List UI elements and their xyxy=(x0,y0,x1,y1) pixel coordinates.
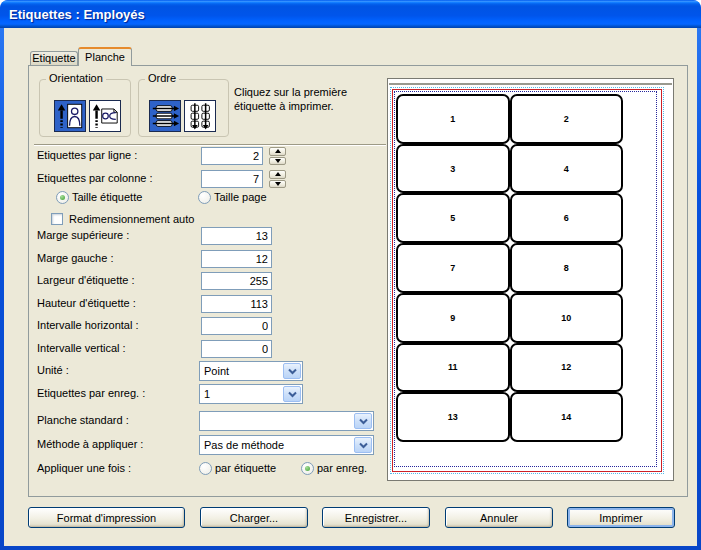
standard-sheet-select[interactable] xyxy=(199,411,374,431)
margin-left-label: Marge gauche : xyxy=(37,252,113,264)
spin-up-icon[interactable] xyxy=(269,170,286,179)
portrait-page-person-up-arrow-icon xyxy=(55,101,85,131)
preview-label-cell[interactable]: 8 xyxy=(510,243,624,293)
imprimer-button[interactable]: Imprimer xyxy=(567,507,675,528)
preview-label-cell[interactable]: 1 xyxy=(396,94,510,144)
dropdown-arrow-icon[interactable] xyxy=(354,437,372,453)
charger-button[interactable]: Charger... xyxy=(200,507,308,528)
ordre-horizontal-button[interactable] xyxy=(149,100,181,132)
h-gap-label: Intervalle horizontal : xyxy=(37,319,139,331)
taille-etiquette-label: Taille étiquette xyxy=(72,191,142,203)
taille-page-label: Taille page xyxy=(214,191,267,203)
method-select[interactable]: Pas de méthode xyxy=(199,435,374,455)
dropdown-arrow-icon[interactable] xyxy=(354,413,372,429)
preview-label-cell[interactable]: 2 xyxy=(510,94,624,144)
preview-label-cell[interactable]: 6 xyxy=(510,193,624,243)
orientation-landscape-button[interactable] xyxy=(89,100,121,132)
orientation-portrait-button[interactable] xyxy=(54,100,86,132)
dropdown-arrow-icon[interactable] xyxy=(283,386,301,402)
dialog-body: Etiquette Planche Orientation xyxy=(4,28,697,546)
par-enreg-label: par enreg. xyxy=(317,462,367,474)
format-impression-button[interactable]: Format d'impression xyxy=(28,507,185,528)
titlebar[interactable]: Etiquettes : Employés xyxy=(0,0,701,28)
margin-left-input[interactable] xyxy=(201,250,272,268)
per-record-label: Etiquettes par enreg. : xyxy=(37,387,145,399)
landscape-page-up-arrow-icon xyxy=(90,101,120,131)
preview-label-cell[interactable]: 7 xyxy=(396,243,510,293)
tab-planche[interactable]: Planche xyxy=(78,47,132,66)
per-column-label: Etiquettes par colonne : xyxy=(37,172,153,184)
preview-grid: 1234567891011121314 xyxy=(396,94,623,442)
label-width-label: Largeur d'étiquette : xyxy=(37,274,135,286)
v-gap-input[interactable] xyxy=(201,340,272,358)
par-etiquette-radio[interactable] xyxy=(199,462,212,475)
separator-line xyxy=(34,144,386,146)
par-etiquette-label: par étiquette xyxy=(215,462,276,474)
taille-etiquette-radio[interactable] xyxy=(56,191,69,204)
row-order-right-arrows-icon xyxy=(150,101,180,131)
dropdown-arrow-icon[interactable] xyxy=(283,363,301,379)
margin-top-label: Marge supérieure : xyxy=(37,229,129,241)
per-record-select[interactable]: 1 xyxy=(199,384,303,404)
per-line-input[interactable] xyxy=(201,147,263,165)
sheet-preview-panel: 1234567891011121314 xyxy=(387,78,674,481)
first-label-hint-text: Cliquez sur la première étiquette à impr… xyxy=(234,85,374,113)
tab-etiquette[interactable]: Etiquette xyxy=(30,51,78,65)
unit-select[interactable]: Point xyxy=(199,361,303,381)
preview-label-cell[interactable]: 9 xyxy=(396,293,510,343)
auto-resize-checkbox[interactable] xyxy=(51,213,63,225)
annuler-button[interactable]: Annuler xyxy=(445,507,553,528)
page-edge-bar xyxy=(389,83,672,85)
dialog-window: Etiquettes : Employés Etiquette Planche … xyxy=(0,0,701,550)
enregistrer-button[interactable]: Enregistrer... xyxy=(322,507,430,528)
spin-up-icon[interactable] xyxy=(269,147,286,156)
orientation-group-label: Orientation xyxy=(46,72,106,84)
par-enreg-radio[interactable] xyxy=(301,462,314,475)
column-order-down-arrows-icon xyxy=(185,101,215,131)
window-title: Etiquettes : Employés xyxy=(9,7,145,22)
preview-label-cell[interactable]: 13 xyxy=(396,392,510,442)
preview-label-cell[interactable]: 10 xyxy=(510,293,624,343)
preview-label-cell[interactable]: 12 xyxy=(510,343,624,393)
per-record-value: 1 xyxy=(204,388,210,400)
label-height-input[interactable] xyxy=(201,295,272,313)
v-gap-label: Intervalle vertical : xyxy=(37,342,126,354)
tab-panel-planche: Orientation xyxy=(28,65,688,497)
preview-label-cell[interactable]: 4 xyxy=(510,144,624,194)
per-line-label: Etiquettes par ligne : xyxy=(37,149,137,161)
method-value: Pas de méthode xyxy=(204,439,284,451)
unit-label: Unité : xyxy=(37,364,69,376)
ordre-vertical-button[interactable] xyxy=(184,100,216,132)
unit-value: Point xyxy=(204,365,229,377)
auto-resize-label: Redimensionnement auto xyxy=(69,213,194,225)
label-height-label: Hauteur d'étiquette : xyxy=(37,297,136,309)
h-gap-input[interactable] xyxy=(201,317,272,335)
preview-label-cell[interactable]: 14 xyxy=(510,392,624,442)
per-column-spinner[interactable] xyxy=(269,170,286,188)
per-column-input[interactable] xyxy=(201,170,263,188)
method-label: Méthode à appliquer : xyxy=(37,438,143,450)
per-line-spinner[interactable] xyxy=(269,147,286,165)
taille-page-radio[interactable] xyxy=(198,191,211,204)
ordre-group-label: Ordre xyxy=(145,72,179,84)
spin-down-icon[interactable] xyxy=(269,180,286,189)
standard-sheet-label: Planche standard : xyxy=(37,414,129,426)
preview-label-cell[interactable]: 11 xyxy=(396,343,510,393)
margin-top-input[interactable] xyxy=(201,227,272,245)
preview-label-cell[interactable]: 3 xyxy=(396,144,510,194)
preview-label-cell[interactable]: 5 xyxy=(396,193,510,243)
apply-once-label: Appliquer une fois : xyxy=(37,462,131,474)
spin-down-icon[interactable] xyxy=(269,157,286,166)
label-width-input[interactable] xyxy=(201,272,272,290)
